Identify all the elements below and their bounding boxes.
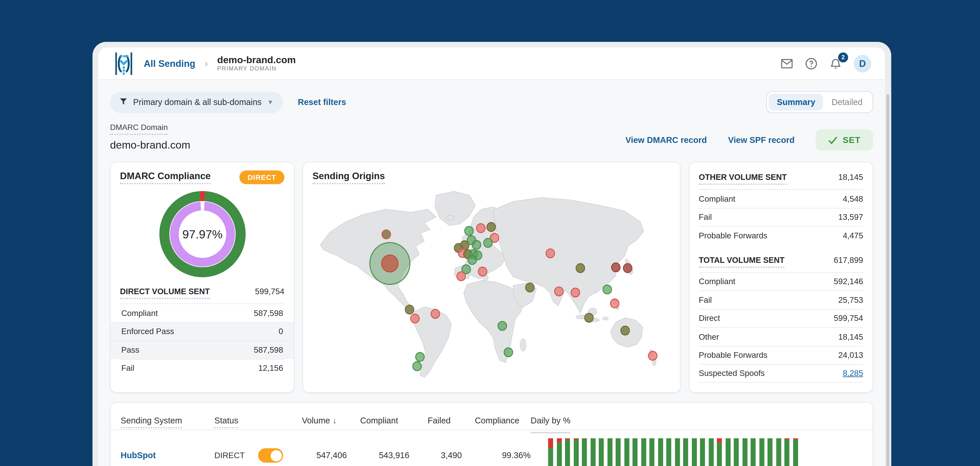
volume-row-probable-forwards: Probable Forwards24,013 [699,346,863,364]
daily-bar[interactable] [700,438,705,466]
volume-section-header: TOTAL VOLUME SENT617,899 [699,252,863,272]
daily-bar[interactable] [768,438,773,466]
origin-dot-green[interactable] [413,362,422,371]
origin-dot-darkred[interactable] [623,263,632,273]
column-header-volume[interactable]: Volume↓ [302,416,347,425]
daily-bar[interactable] [574,438,578,466]
row-value: 18,145 [838,332,863,341]
daily-bar[interactable] [666,438,671,466]
dmarcian-logo-icon[interactable] [112,51,136,75]
origin-dot-red[interactable] [611,299,619,307]
row-value: 587,598 [254,308,283,318]
origins-card-title: Sending Origins [313,170,385,184]
origin-dot-green[interactable] [468,255,477,264]
origin-dot-green[interactable] [415,352,424,361]
origin-dot-red[interactable] [477,224,485,233]
column-header-compliance[interactable]: Compliance [462,416,531,425]
daily-bar[interactable] [717,438,722,466]
daily-bar[interactable] [784,438,789,466]
daily-bar[interactable] [557,438,562,466]
origin-dot-olive[interactable] [585,313,593,322]
tab-summary[interactable]: Summary [769,94,823,111]
view-spf-record-link[interactable]: View SPF record [728,135,794,144]
origin-dot-olive[interactable] [621,326,629,335]
volume-row-compliant: Compliant592,146 [699,272,863,290]
column-header-failed[interactable]: Failed [409,416,462,425]
daily-bar[interactable] [658,438,663,466]
sending-origins-card: Sending Origins [302,162,681,393]
chevron-down-icon: ▼ [267,98,274,106]
origin-dot-green[interactable] [504,348,513,357]
user-avatar[interactable]: D [854,55,871,72]
world-map[interactable] [313,187,671,388]
daily-bar[interactable] [751,438,756,466]
scrollbar[interactable] [886,94,889,466]
origin-dot-green[interactable] [498,321,507,330]
daily-bar[interactable] [616,438,620,466]
daily-bar[interactable] [565,438,570,466]
origin-dot-olive[interactable] [487,222,495,231]
tab-detailed[interactable]: Detailed [823,94,871,111]
row-label: Pass [121,345,139,354]
origin-dot-red[interactable] [649,351,657,360]
daily-bar[interactable] [649,438,654,466]
volume-section-total: 617,899 [834,255,863,264]
set-status-button[interactable]: SET [816,129,873,151]
domain-filter-dropdown[interactable]: Primary domain & all sub-domains ▼ [110,92,283,113]
origin-dot-red[interactable] [457,272,466,281]
origin-dot-red[interactable] [410,314,419,323]
origin-dot-darkred[interactable] [611,263,620,272]
origin-dot-olive[interactable] [405,305,414,314]
origin-dot-olive[interactable] [576,263,585,273]
view-dmarc-record-link[interactable]: View DMARC record [625,135,707,144]
row-label: Probable Forwards [699,350,767,360]
origin-dot-green[interactable] [472,240,481,249]
daily-bar[interactable] [708,438,713,466]
daily-bar[interactable] [633,438,638,466]
volume-section-title: OTHER VOLUME SENT [699,172,787,185]
notifications-bell-icon[interactable]: 2 [829,57,842,70]
daily-bar[interactable] [692,438,697,466]
reset-filters-link[interactable]: Reset filters [298,97,346,107]
daily-bar[interactable] [793,438,798,466]
origin-dot-olivering[interactable] [382,230,391,239]
origin-dot-green[interactable] [465,227,473,235]
origin-dot-olive[interactable] [525,283,534,292]
daily-bar[interactable] [776,438,781,466]
suspected-spoofs-link[interactable]: 8,285 [843,369,863,378]
daily-bar[interactable] [742,438,747,466]
daily-bar[interactable] [675,438,679,466]
daily-bar[interactable] [607,438,612,466]
help-icon[interactable] [805,57,818,70]
volume-section-total: 18,145 [838,172,863,182]
origin-dot-red[interactable] [478,267,487,276]
breadcrumb-all-sending[interactable]: All Sending [144,58,195,68]
origin-dot-usred[interactable] [382,255,398,272]
daily-bar[interactable] [582,438,587,466]
breadcrumb-domain: demo-brand.com PRIMARY DOMAIN [217,54,296,73]
mail-icon[interactable] [781,57,793,70]
daily-bar[interactable] [599,438,604,466]
origin-dot-green[interactable] [484,238,492,247]
row-label: Compliant [699,277,735,286]
column-header-compliant[interactable]: Compliant [347,416,409,425]
daily-bar[interactable] [590,438,595,466]
daily-bar[interactable] [624,438,629,466]
daily-bar[interactable] [725,438,730,466]
column-header-sending-system[interactable]: Sending System [121,416,215,425]
origin-dot-red[interactable] [546,249,555,258]
origin-dot-red[interactable] [431,309,439,318]
origin-dot-green[interactable] [603,285,611,294]
daily-bar[interactable] [759,438,764,466]
daily-bar[interactable] [641,438,646,466]
compliant-value: 543,916 [347,451,409,460]
origin-dot-red[interactable] [555,287,563,296]
column-header-status[interactable]: Status [215,416,302,425]
daily-bar[interactable] [734,438,739,466]
daily-bar[interactable] [683,438,688,466]
origin-dot-red[interactable] [571,288,580,297]
status-toggle[interactable] [258,449,283,463]
system-name-link[interactable]: HubSpot [121,451,215,460]
daily-bar[interactable] [548,438,553,466]
column-header-daily-by-[interactable]: Daily by % [531,416,863,425]
